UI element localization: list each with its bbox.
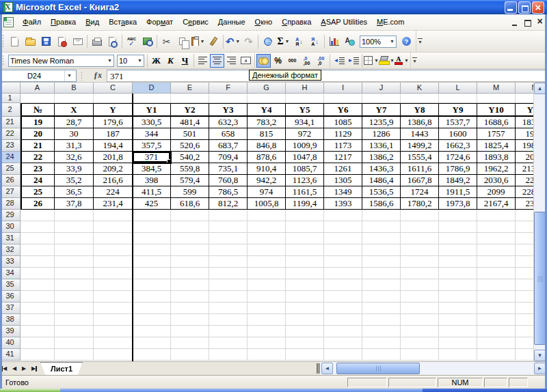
cell-F24[interactable]: 709,4 bbox=[209, 152, 248, 163]
cell-C34[interactable] bbox=[94, 268, 133, 279]
cell-N26[interactable]: 2212 bbox=[516, 175, 533, 186]
cell-D27[interactable]: 411,5 bbox=[133, 186, 171, 198]
cell-M2[interactable]: Y10 bbox=[477, 103, 516, 117]
cell-K2[interactable]: Y8 bbox=[401, 103, 439, 117]
cell-D36[interactable] bbox=[133, 291, 171, 303]
cell-B29[interactable] bbox=[55, 210, 94, 221]
format-painter-button[interactable] bbox=[206, 33, 222, 50]
workbook-minimize-icon[interactable] bbox=[510, 18, 520, 27]
cell-E1[interactable] bbox=[171, 94, 209, 103]
cell-M33[interactable] bbox=[477, 256, 516, 268]
permission-button[interactable] bbox=[54, 33, 70, 50]
cell-M36[interactable] bbox=[477, 291, 516, 303]
row-header-36[interactable]: 36 bbox=[0, 291, 21, 303]
cell-G40[interactable] bbox=[248, 337, 286, 349]
cell-K1[interactable] bbox=[401, 94, 439, 103]
cell-C27[interactable]: 224 bbox=[94, 186, 133, 198]
menu-item-файл[interactable]: Файл bbox=[18, 16, 46, 29]
formula-bar-grip[interactable] bbox=[81, 71, 83, 81]
cell-I26[interactable]: 1305 bbox=[324, 175, 362, 186]
cell-D41[interactable] bbox=[133, 349, 171, 361]
cell-C23[interactable]: 194,4 bbox=[94, 140, 133, 152]
cell-K35[interactable] bbox=[401, 279, 439, 291]
cell-H28[interactable]: 1199,4 bbox=[286, 198, 324, 210]
cell-F41[interactable] bbox=[209, 349, 248, 361]
cell-H31[interactable] bbox=[286, 233, 324, 244]
cell-L2[interactable]: Y9 bbox=[439, 103, 477, 117]
cell-H33[interactable] bbox=[286, 256, 324, 268]
sort-descending-button[interactable]: ЯА ↓ bbox=[307, 33, 323, 50]
cell-B35[interactable] bbox=[55, 279, 94, 291]
cell-I25[interactable]: 1261 bbox=[324, 163, 362, 175]
cell-L1[interactable] bbox=[439, 94, 477, 103]
cell-C40[interactable] bbox=[94, 337, 133, 349]
cell-D38[interactable] bbox=[133, 314, 171, 326]
cell-C36[interactable] bbox=[94, 291, 133, 303]
cell-J31[interactable] bbox=[362, 233, 401, 244]
cell-J37[interactable] bbox=[362, 303, 401, 314]
cell-D29[interactable] bbox=[133, 210, 171, 221]
menu-item-окно[interactable]: Окно bbox=[250, 16, 278, 29]
cell-I36[interactable] bbox=[324, 291, 362, 303]
cell-F25[interactable]: 735,1 bbox=[209, 163, 248, 175]
cell-E26[interactable]: 579,4 bbox=[171, 175, 209, 186]
cell-C2[interactable]: Y bbox=[94, 103, 133, 117]
cell-A38[interactable] bbox=[21, 314, 55, 326]
cell-K21[interactable]: 1386,8 bbox=[401, 117, 439, 128]
column-header-C[interactable]: C bbox=[94, 83, 133, 94]
cell-K24[interactable]: 1555,4 bbox=[401, 152, 439, 163]
currency-format-button[interactable] bbox=[256, 54, 271, 68]
cell-N41[interactable] bbox=[516, 349, 533, 361]
cell-N37[interactable] bbox=[516, 303, 533, 314]
undo-button[interactable]: ↶▼ bbox=[225, 33, 241, 50]
cell-M28[interactable]: 2167,4 bbox=[477, 198, 516, 210]
previous-sheet-button[interactable]: ◀ bbox=[10, 362, 19, 375]
cell-A34[interactable] bbox=[21, 268, 55, 279]
cell-J29[interactable] bbox=[362, 210, 401, 221]
cell-M40[interactable] bbox=[477, 337, 516, 349]
row-header-23[interactable]: 23 bbox=[0, 140, 21, 152]
cell-M30[interactable] bbox=[477, 221, 516, 233]
cell-N30[interactable] bbox=[516, 221, 533, 233]
cell-N39[interactable] bbox=[516, 326, 533, 337]
cell-C25[interactable]: 209,2 bbox=[94, 163, 133, 175]
scroll-down-icon[interactable]: ▼ bbox=[534, 350, 546, 361]
cell-J21[interactable]: 1235,9 bbox=[362, 117, 401, 128]
cell-E40[interactable] bbox=[171, 337, 209, 349]
cell-I24[interactable]: 1217 bbox=[324, 152, 362, 163]
cell-J27[interactable]: 1536,5 bbox=[362, 186, 401, 198]
cell-N24[interactable]: 2063 bbox=[516, 152, 533, 163]
cell-L36[interactable] bbox=[439, 291, 477, 303]
cell-K23[interactable]: 1499,2 bbox=[401, 140, 439, 152]
cell-A29[interactable] bbox=[21, 210, 55, 221]
cell-F28[interactable]: 812,2 bbox=[209, 198, 248, 210]
column-header-H[interactable]: H bbox=[286, 83, 324, 94]
cell-F40[interactable] bbox=[209, 337, 248, 349]
cell-E22[interactable]: 501 bbox=[171, 128, 209, 140]
cell-J22[interactable]: 1286 bbox=[362, 128, 401, 140]
cell-L21[interactable]: 1537,7 bbox=[439, 117, 477, 128]
cell-H23[interactable]: 1009,9 bbox=[286, 140, 324, 152]
merge-center-button[interactable]: а bbox=[239, 54, 253, 68]
cell-B41[interactable] bbox=[55, 349, 94, 361]
cell-N25[interactable]: 2137,5 bbox=[516, 163, 533, 175]
cell-C26[interactable]: 216,6 bbox=[94, 175, 133, 186]
cell-E33[interactable] bbox=[171, 256, 209, 268]
cell-K33[interactable] bbox=[401, 256, 439, 268]
cell-J24[interactable]: 1386,2 bbox=[362, 152, 401, 163]
cell-J34[interactable] bbox=[362, 268, 401, 279]
cell-A31[interactable] bbox=[21, 233, 55, 244]
cell-D31[interactable] bbox=[133, 233, 171, 244]
cell-I31[interactable] bbox=[324, 233, 362, 244]
cell-E21[interactable]: 481,4 bbox=[171, 117, 209, 128]
cell-F29[interactable] bbox=[209, 210, 248, 221]
increase-indent-button[interactable]: ► bbox=[346, 54, 360, 68]
cell-L39[interactable] bbox=[439, 326, 477, 337]
horizontal-scrollbar[interactable]: ◄ ► bbox=[320, 362, 547, 375]
cell-G22[interactable]: 815 bbox=[248, 128, 286, 140]
cell-E25[interactable]: 559,8 bbox=[171, 163, 209, 175]
row-header-34[interactable]: 34 bbox=[0, 268, 21, 279]
cell-J38[interactable] bbox=[362, 314, 401, 326]
toolbar-grip[interactable] bbox=[2, 55, 5, 66]
cell-B28[interactable]: 37,8 bbox=[55, 198, 94, 210]
